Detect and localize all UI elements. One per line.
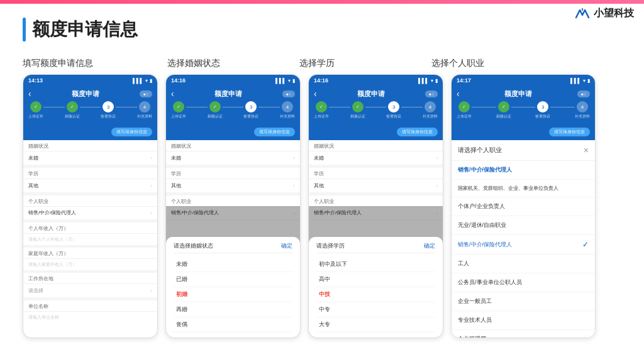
- p3-education-row[interactable]: 其他 ›: [309, 179, 443, 193]
- sheet-2-option-2[interactable]: 初婚: [174, 287, 292, 302]
- income-placeholder[interactable]: 请输入个人年收入（万）: [23, 234, 157, 245]
- p4-step-line-2: [511, 107, 536, 107]
- p2-marital-label: 未婚: [171, 155, 181, 162]
- p3-step-circle-3: 3: [388, 101, 399, 112]
- section-label-3: 选择学历: [299, 58, 425, 69]
- phone-3-toggle[interactable]: ●○: [425, 90, 438, 97]
- wifi-icon-3: ▾: [431, 78, 433, 84]
- sheet-2-option-3[interactable]: 再婚: [174, 302, 292, 317]
- battery-icon: ▮: [150, 78, 152, 84]
- occupation-label: 销售/中介/保险代理人: [28, 210, 76, 216]
- phone-2-icons: ▌▌▌ ▾ ▮: [275, 78, 295, 84]
- sheet-3-option-2[interactable]: 中技: [316, 287, 435, 302]
- p4-step-circle-3: 3: [537, 101, 548, 112]
- p2-step-1: ✓ 上传证件: [171, 101, 186, 119]
- p3-marital-section: 婚姻状况 未婚 ›: [309, 140, 443, 165]
- p3-education-chevron: ›: [436, 183, 438, 189]
- p3-step-4: 4 补充资料: [423, 101, 438, 119]
- fill-info-btn-2[interactable]: 填写保身份信息: [254, 128, 295, 136]
- p3-step-label-1: 上传证件: [314, 114, 329, 119]
- list-item-4[interactable]: 销售/中介/保险代理人 ✓: [452, 235, 595, 255]
- p2-step-circle-4: 4: [282, 101, 293, 112]
- phone-1-back[interactable]: ‹: [28, 89, 31, 99]
- list-item-label-3: 无业/退休/自由职业: [458, 221, 506, 229]
- sheet-2-confirm[interactable]: 确定: [281, 242, 292, 250]
- p2-step-circle-2: ✓: [209, 101, 221, 112]
- education-section: 学历 其他 ›: [23, 168, 157, 193]
- phone-2-topbar: 14:16 ▌▌▌ ▾ ▮: [166, 75, 300, 86]
- income-title: 个人年收入（万）: [23, 222, 157, 234]
- phone-4-back[interactable]: ‹: [457, 89, 460, 99]
- list-item-7[interactable]: 企业一般员工: [452, 292, 595, 311]
- phone-1-topbar: 14:13 ▌▌▌ ▾ ▮: [23, 75, 157, 86]
- fill-info-btn-4[interactable]: 填写保身份信息: [549, 128, 590, 136]
- phone-1-steps: ✓ 上传证件 ✓ 刷脸认证 3 签署协议 4 补充资料: [23, 99, 157, 124]
- phone-1-toggle[interactable]: ●○: [140, 90, 152, 97]
- panel-header: 请选择个人职业 ×: [452, 140, 595, 161]
- step-line-2: [80, 107, 101, 107]
- p4-step-circle-4: 4: [577, 101, 588, 112]
- work-location-row[interactable]: 请选择 ›: [23, 284, 157, 298]
- phone-4-toggle[interactable]: ●○: [577, 90, 590, 97]
- sheet-3-confirm[interactable]: 确定: [424, 242, 435, 250]
- list-item-2[interactable]: 个体户/企业负责人: [452, 197, 595, 216]
- fill-info-btn[interactable]: 填写保身份信息: [111, 128, 152, 136]
- p4-step-2: ✓ 刷脸认证: [496, 101, 511, 119]
- phone-1-time: 14:13: [28, 77, 43, 84]
- sheet-2-option-0[interactable]: 未婚: [174, 257, 292, 272]
- p3-marital-row[interactable]: 未婚 ›: [309, 151, 443, 165]
- phone-4-time: 14:17: [457, 77, 471, 84]
- list-item-5[interactable]: 工人: [452, 255, 595, 273]
- marital-section: 婚姻状况 未婚 ›: [23, 140, 157, 165]
- sheet-3-option-0[interactable]: 初中及以下: [316, 257, 435, 272]
- list-item-3[interactable]: 无业/退休/自由职业: [452, 216, 595, 235]
- panel-title: 请选择个人职业: [458, 146, 502, 155]
- education-row[interactable]: 其他 ›: [23, 179, 157, 193]
- fill-info-btn-3[interactable]: 填写保身份信息: [397, 128, 438, 136]
- sheet-2-option-1[interactable]: 已婚: [174, 272, 292, 287]
- wifi-icon-4: ▾: [583, 78, 586, 84]
- education-label: 其他: [28, 182, 38, 189]
- company-placeholder[interactable]: 请输入单位名称: [23, 312, 157, 323]
- p4-step-circle-2: ✓: [498, 101, 509, 112]
- list-item-6[interactable]: 公务员/事业单位公职人员: [452, 273, 595, 292]
- list-item-1[interactable]: 国家机关、党群组织、企业、事业单位负责人: [452, 180, 595, 197]
- phone-2-btn-bar: 填写保身份信息: [166, 124, 300, 140]
- panel-close-btn[interactable]: ×: [584, 145, 589, 155]
- p3-step-circle-1: ✓: [316, 101, 327, 112]
- phone-3-topbar: 14:16 ▌▌▌ ▾ ▮: [309, 75, 443, 86]
- p4-step-label-4: 补充资料: [575, 114, 590, 119]
- p4-step-4: 4 补充资料: [575, 101, 590, 119]
- phone-3-icons: ▌▌▌ ▾ ▮: [418, 78, 438, 84]
- phone-3-back[interactable]: ‹: [314, 89, 317, 99]
- phone-2-back[interactable]: ‹: [171, 89, 174, 99]
- sheet-3-title: 请选择学历: [316, 242, 345, 250]
- work-location-chevron: ›: [150, 288, 152, 293]
- list-item-0[interactable]: 销售/中介/保险代理人: [452, 161, 595, 180]
- p4-step-label-3: 签署协议: [535, 114, 550, 119]
- sheet-3-option-1[interactable]: 高中: [316, 272, 435, 287]
- step-label-3: 签署协议: [101, 114, 116, 119]
- marital-row[interactable]: 未婚 ›: [23, 151, 157, 165]
- p3-step-line-2: [365, 107, 387, 107]
- work-location-title: 工作所在地: [23, 273, 157, 284]
- sheet-3-option-4[interactable]: 大专: [316, 317, 435, 332]
- signal-icon-2: ▌▌▌: [275, 78, 286, 84]
- sheet-3-option-3[interactable]: 中专: [316, 302, 435, 317]
- sheet-2-option-4[interactable]: 丧偶: [174, 317, 292, 332]
- list-item-8[interactable]: 专业技术人员: [452, 311, 595, 330]
- family-income-placeholder[interactable]: 请输入家庭年收入（万）: [23, 259, 157, 270]
- p2-step-2: ✓ 刷脸认证: [208, 101, 223, 119]
- p2-step-line-1: [186, 107, 208, 107]
- p2-marital-row[interactable]: 未婚 ›: [166, 151, 300, 165]
- list-item-9[interactable]: 企业管理层: [452, 330, 595, 338]
- p2-education-row[interactable]: 其他 ›: [166, 179, 300, 193]
- p3-step-circle-2: ✓: [352, 101, 364, 112]
- step-label-2: 刷脸认证: [65, 114, 80, 119]
- occupation-row[interactable]: 销售/中介/保险代理人 ›: [23, 207, 157, 220]
- p2-step-4: 4 补充资料: [280, 101, 295, 119]
- phone-2-toggle[interactable]: ●○: [282, 90, 295, 97]
- phone-4: 14:17 ▌▌▌ ▾ ▮ ‹ 额度申请 ●○ ✓ 上传证件 ✓ 刷脸认证: [451, 74, 596, 338]
- occupation-chevron: ›: [150, 211, 152, 216]
- battery-icon-2: ▮: [292, 78, 295, 84]
